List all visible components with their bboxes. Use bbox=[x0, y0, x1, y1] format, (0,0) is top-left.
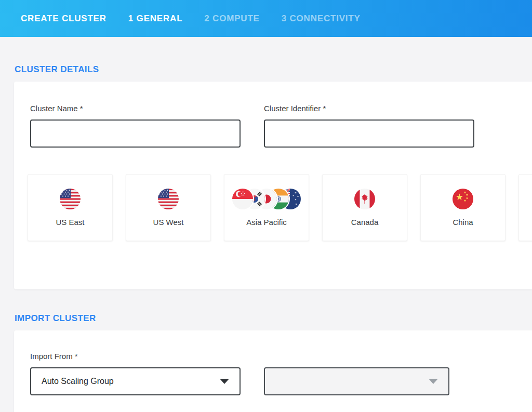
dropdown-caret-icon bbox=[220, 379, 229, 384]
region-card-us-east[interactable]: US East bbox=[28, 174, 113, 241]
tab-connectivity[interactable]: 3 CONNECTIVITY bbox=[282, 14, 361, 24]
region-label: Canada bbox=[351, 218, 379, 227]
cluster-form-row: Cluster Name * Cluster Identifier * bbox=[30, 104, 532, 148]
region-label: Asia Pacific bbox=[246, 218, 287, 227]
cluster-name-label: Cluster Name * bbox=[30, 104, 241, 113]
cluster-identifier-input[interactable] bbox=[264, 119, 474, 148]
import-from-label: Import From * bbox=[30, 352, 241, 361]
singapore-flag-icon bbox=[232, 189, 253, 209]
secondary-select[interactable] bbox=[264, 367, 449, 395]
region-label: US East bbox=[56, 218, 84, 227]
cluster-identifier-field: Cluster Identifier * bbox=[264, 104, 474, 148]
tab-general[interactable]: 1 GENERAL bbox=[128, 14, 183, 24]
region-selector-row: US East US West bbox=[28, 174, 532, 241]
region-card-partial[interactable] bbox=[518, 174, 532, 241]
tab-compute[interactable]: 2 COMPUTE bbox=[204, 14, 259, 24]
us-flag-icon bbox=[60, 189, 81, 209]
import-from-select[interactable]: Auto Scaling Group bbox=[30, 367, 241, 395]
import-cluster-card: Import From * Auto Scaling Group bbox=[14, 330, 532, 412]
region-card-canada[interactable]: Canada bbox=[322, 174, 407, 241]
region-card-us-west[interactable]: US West bbox=[126, 174, 211, 241]
region-card-china[interactable]: China bbox=[420, 174, 506, 241]
wizard-title: CREATE CLUSTER bbox=[21, 14, 107, 24]
import-from-select-value: Auto Scaling Group bbox=[42, 377, 114, 386]
wizard-header: CREATE CLUSTER 1 GENERAL 2 COMPUTE 3 CON… bbox=[0, 0, 532, 37]
region-label: US West bbox=[153, 218, 184, 227]
cluster-name-field: Cluster Name * bbox=[30, 104, 241, 148]
region-card-asia-pacific[interactable]: Asia Pacific bbox=[224, 174, 309, 241]
dropdown-caret-icon bbox=[429, 379, 438, 384]
china-flag-icon bbox=[453, 189, 473, 209]
asia-pacific-flags bbox=[232, 189, 301, 209]
import-form-row: Import From * Auto Scaling Group bbox=[30, 352, 532, 395]
cluster-name-input[interactable] bbox=[30, 119, 241, 148]
cluster-identifier-label: Cluster Identifier * bbox=[264, 104, 474, 113]
cluster-details-card: Cluster Name * Cluster Identifier * bbox=[14, 82, 532, 289]
import-cluster-heading: IMPORT CLUSTER bbox=[15, 313, 532, 324]
import-from-field: Import From * Auto Scaling Group bbox=[30, 352, 241, 395]
us-flag-icon bbox=[158, 189, 179, 209]
canada-flag-icon bbox=[354, 189, 375, 209]
import-secondary-field bbox=[264, 367, 474, 395]
region-label: China bbox=[453, 218, 473, 227]
cluster-details-heading: CLUSTER DETAILS bbox=[15, 64, 532, 75]
